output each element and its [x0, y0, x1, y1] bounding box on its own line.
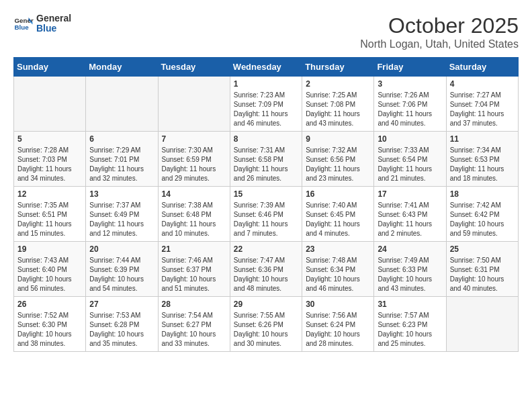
calendar-cell: 6Sunrise: 7:29 AM Sunset: 7:01 PM Daylig…	[86, 132, 158, 187]
calendar-cell: 31Sunrise: 7:57 AM Sunset: 6:23 PM Dayli…	[374, 297, 446, 352]
calendar-cell: 15Sunrise: 7:39 AM Sunset: 6:46 PM Dayli…	[230, 187, 302, 242]
calendar-cell: 19Sunrise: 7:43 AM Sunset: 6:40 PM Dayli…	[14, 242, 86, 297]
month-title: October 2025	[360, 13, 519, 38]
day-number: 25	[450, 244, 515, 254]
day-info: Sunrise: 7:37 AM Sunset: 6:49 PM Dayligh…	[89, 201, 154, 238]
calendar-cell: 16Sunrise: 7:40 AM Sunset: 6:45 PM Dayli…	[302, 187, 374, 242]
calendar-week-row: 5Sunrise: 7:28 AM Sunset: 7:03 PM Daylig…	[14, 132, 519, 187]
calendar-cell: 18Sunrise: 7:42 AM Sunset: 6:42 PM Dayli…	[446, 187, 518, 242]
weekday-header-monday: Monday	[86, 58, 158, 77]
weekday-header-wednesday: Wednesday	[230, 58, 302, 77]
calendar-cell	[158, 77, 230, 132]
day-number: 30	[306, 300, 370, 309]
day-info: Sunrise: 7:38 AM Sunset: 6:48 PM Dayligh…	[162, 201, 226, 238]
calendar-cell	[86, 77, 158, 132]
day-number: 18	[450, 189, 515, 199]
calendar-cell: 7Sunrise: 7:30 AM Sunset: 6:59 PM Daylig…	[158, 132, 230, 187]
calendar-week-row: 12Sunrise: 7:35 AM Sunset: 6:51 PM Dayli…	[14, 187, 519, 242]
day-info: Sunrise: 7:55 AM Sunset: 6:26 PM Dayligh…	[234, 311, 298, 349]
day-number: 15	[234, 189, 298, 199]
calendar-cell: 26Sunrise: 7:52 AM Sunset: 6:30 PM Dayli…	[14, 297, 86, 352]
day-info: Sunrise: 7:56 AM Sunset: 6:24 PM Dayligh…	[306, 311, 370, 349]
weekday-header-tuesday: Tuesday	[158, 58, 230, 77]
day-number: 26	[17, 300, 82, 309]
calendar-cell: 20Sunrise: 7:44 AM Sunset: 6:39 PM Dayli…	[86, 242, 158, 297]
day-info: Sunrise: 7:29 AM Sunset: 7:01 PM Dayligh…	[89, 146, 154, 183]
day-number: 19	[17, 244, 82, 254]
weekday-header-thursday: Thursday	[302, 58, 374, 77]
day-number: 21	[162, 244, 226, 254]
calendar-cell: 30Sunrise: 7:56 AM Sunset: 6:24 PM Dayli…	[302, 297, 374, 352]
day-number: 1	[234, 79, 298, 89]
day-info: Sunrise: 7:31 AM Sunset: 6:58 PM Dayligh…	[234, 146, 298, 183]
day-number: 13	[89, 189, 154, 199]
logo-general: General	[36, 13, 71, 24]
day-info: Sunrise: 7:57 AM Sunset: 6:23 PM Dayligh…	[378, 311, 442, 349]
header: General Blue General Blue October 2025 N…	[13, 13, 519, 50]
day-info: Sunrise: 7:44 AM Sunset: 6:39 PM Dayligh…	[89, 256, 154, 293]
calendar-cell: 28Sunrise: 7:54 AM Sunset: 6:27 PM Dayli…	[158, 297, 230, 352]
day-info: Sunrise: 7:50 AM Sunset: 6:31 PM Dayligh…	[450, 256, 515, 293]
calendar-cell: 2Sunrise: 7:25 AM Sunset: 7:08 PM Daylig…	[302, 77, 374, 132]
day-info: Sunrise: 7:33 AM Sunset: 6:54 PM Dayligh…	[378, 146, 442, 183]
day-number: 6	[89, 134, 154, 144]
calendar-cell: 27Sunrise: 7:53 AM Sunset: 6:28 PM Dayli…	[86, 297, 158, 352]
calendar-week-row: 26Sunrise: 7:52 AM Sunset: 6:30 PM Dayli…	[14, 297, 519, 352]
day-number: 3	[378, 79, 442, 89]
day-info: Sunrise: 7:28 AM Sunset: 7:03 PM Dayligh…	[17, 146, 82, 183]
day-info: Sunrise: 7:27 AM Sunset: 7:04 PM Dayligh…	[450, 91, 515, 128]
day-info: Sunrise: 7:47 AM Sunset: 6:36 PM Dayligh…	[234, 256, 298, 293]
day-info: Sunrise: 7:35 AM Sunset: 6:51 PM Dayligh…	[17, 201, 82, 238]
day-info: Sunrise: 7:23 AM Sunset: 7:09 PM Dayligh…	[234, 91, 298, 128]
weekday-header-friday: Friday	[374, 58, 446, 77]
day-number: 7	[162, 134, 226, 144]
calendar-cell: 12Sunrise: 7:35 AM Sunset: 6:51 PM Dayli…	[14, 187, 86, 242]
day-number: 14	[162, 189, 226, 199]
location-title: North Logan, Utah, United States	[360, 38, 519, 50]
calendar-cell: 24Sunrise: 7:49 AM Sunset: 6:33 PM Dayli…	[374, 242, 446, 297]
day-info: Sunrise: 7:30 AM Sunset: 6:59 PM Dayligh…	[162, 146, 226, 183]
day-number: 28	[162, 300, 226, 309]
calendar-cell: 23Sunrise: 7:48 AM Sunset: 6:34 PM Dayli…	[302, 242, 374, 297]
calendar-cell: 4Sunrise: 7:27 AM Sunset: 7:04 PM Daylig…	[446, 77, 518, 132]
calendar-cell: 10Sunrise: 7:33 AM Sunset: 6:54 PM Dayli…	[374, 132, 446, 187]
day-number: 27	[89, 300, 154, 309]
calendar-cell: 11Sunrise: 7:34 AM Sunset: 6:53 PM Dayli…	[446, 132, 518, 187]
day-number: 5	[17, 134, 82, 144]
day-number: 20	[89, 244, 154, 254]
calendar-cell	[14, 77, 86, 132]
day-info: Sunrise: 7:34 AM Sunset: 6:53 PM Dayligh…	[450, 146, 515, 183]
day-info: Sunrise: 7:40 AM Sunset: 6:45 PM Dayligh…	[306, 201, 370, 238]
logo-blue: Blue	[36, 24, 71, 34]
weekday-header-sunday: Sunday	[14, 58, 86, 77]
calendar-cell: 17Sunrise: 7:41 AM Sunset: 6:43 PM Dayli…	[374, 187, 446, 242]
day-number: 23	[306, 244, 370, 254]
day-info: Sunrise: 7:42 AM Sunset: 6:42 PM Dayligh…	[450, 201, 515, 238]
calendar-cell	[446, 297, 518, 352]
day-info: Sunrise: 7:25 AM Sunset: 7:08 PM Dayligh…	[306, 91, 370, 128]
day-number: 24	[378, 244, 442, 254]
calendar-cell: 9Sunrise: 7:32 AM Sunset: 6:56 PM Daylig…	[302, 132, 374, 187]
calendar-week-row: 1Sunrise: 7:23 AM Sunset: 7:09 PM Daylig…	[14, 77, 519, 132]
day-number: 31	[378, 300, 442, 309]
title-block: October 2025 North Logan, Utah, United S…	[360, 13, 519, 50]
day-info: Sunrise: 7:32 AM Sunset: 6:56 PM Dayligh…	[306, 146, 370, 183]
day-info: Sunrise: 7:54 AM Sunset: 6:27 PM Dayligh…	[162, 311, 226, 349]
calendar-cell: 8Sunrise: 7:31 AM Sunset: 6:58 PM Daylig…	[230, 132, 302, 187]
day-number: 16	[306, 189, 370, 199]
calendar-page: General Blue General Blue October 2025 N…	[0, 0, 532, 359]
weekday-header-row: SundayMondayTuesdayWednesdayThursdayFrid…	[14, 58, 519, 77]
day-info: Sunrise: 7:39 AM Sunset: 6:46 PM Dayligh…	[234, 201, 298, 238]
day-info: Sunrise: 7:48 AM Sunset: 6:34 PM Dayligh…	[306, 256, 370, 293]
day-number: 29	[234, 300, 298, 309]
calendar-table: SundayMondayTuesdayWednesdayThursdayFrid…	[13, 57, 519, 352]
day-number: 2	[306, 79, 370, 89]
day-number: 22	[234, 244, 298, 254]
calendar-cell: 21Sunrise: 7:46 AM Sunset: 6:37 PM Dayli…	[158, 242, 230, 297]
day-number: 9	[306, 134, 370, 144]
day-info: Sunrise: 7:46 AM Sunset: 6:37 PM Dayligh…	[162, 256, 226, 293]
day-number: 12	[17, 189, 82, 199]
day-number: 8	[234, 134, 298, 144]
logo-icon: General Blue	[13, 13, 34, 34]
day-number: 4	[450, 79, 515, 89]
